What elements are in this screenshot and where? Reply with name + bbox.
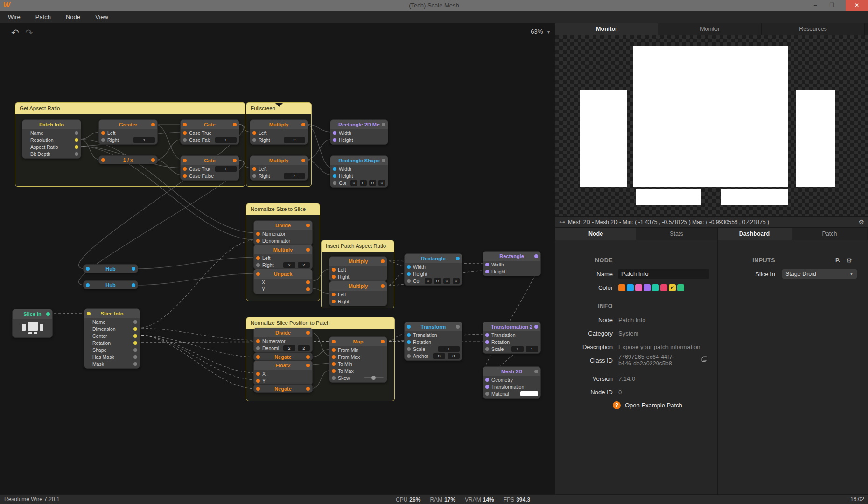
node-mult4[interactable]: MultiplyLeftRight <box>329 256 387 281</box>
input-port[interactable] <box>86 267 90 271</box>
close-button[interactable]: ✕ <box>846 0 868 11</box>
input-port[interactable] <box>407 272 411 276</box>
output-port[interactable] <box>132 267 135 271</box>
output-port[interactable] <box>233 159 237 162</box>
wire[interactable] <box>305 124 333 168</box>
input-port[interactable] <box>256 232 260 236</box>
input-port[interactable] <box>407 347 411 351</box>
wire[interactable] <box>78 132 101 139</box>
wire[interactable] <box>137 240 256 328</box>
node-hub2[interactable]: Hub <box>83 280 138 289</box>
node-slicein[interactable]: Slice In <box>12 309 53 338</box>
input-port[interactable] <box>407 279 411 283</box>
value-field[interactable]: 0 <box>425 278 432 284</box>
node-divide1[interactable]: DivideNumeratorDenominator <box>253 220 313 245</box>
input-port[interactable] <box>183 131 187 135</box>
wire[interactable] <box>305 160 333 175</box>
input-port[interactable] <box>407 325 411 329</box>
value-field[interactable]: 1 <box>215 166 237 172</box>
output-port[interactable] <box>381 340 385 343</box>
input-port[interactable] <box>183 138 187 142</box>
output-port[interactable] <box>75 145 78 149</box>
wire[interactable] <box>385 261 407 266</box>
output-port[interactable] <box>381 284 385 288</box>
wire[interactable] <box>310 370 332 389</box>
node-mesh2d[interactable]: Mesh 2DGeometryTransformationMaterial <box>483 366 541 399</box>
node-rect_p[interactable]: RectangleWidthHeight <box>483 251 541 276</box>
tab-resources-2[interactable]: Resources <box>762 23 865 35</box>
value-field[interactable]: 2 <box>298 262 310 268</box>
gear-icon[interactable]: ⚙ <box>858 218 864 226</box>
output-port[interactable] <box>306 387 310 391</box>
color-swatch-5[interactable] <box>660 284 667 291</box>
wire[interactable] <box>385 273 407 286</box>
output-port[interactable] <box>133 341 137 345</box>
output-port[interactable] <box>306 248 310 252</box>
input-port[interactable] <box>332 340 336 343</box>
value-field[interactable]: 1 <box>526 346 538 352</box>
wire[interactable] <box>50 313 87 314</box>
wire[interactable] <box>135 273 256 285</box>
input-port[interactable] <box>252 174 256 178</box>
input-port[interactable] <box>407 333 411 337</box>
wire[interactable] <box>79 124 244 269</box>
tab-monitor-0[interactable]: Monitor <box>555 23 658 35</box>
pin-icon[interactable]: ⊶ <box>559 218 565 225</box>
output-port[interactable] <box>46 312 50 316</box>
menu-item-view[interactable]: View <box>88 11 116 23</box>
input-port[interactable] <box>485 378 489 382</box>
node-rshape[interactable]: Rectangle ShapeWidthHeightCorners0000 <box>330 155 388 188</box>
input-port[interactable] <box>407 340 411 344</box>
node-patchinfo[interactable]: Patch InfoNameResolutionAspect RatioBit … <box>22 119 81 159</box>
output-port[interactable] <box>75 138 78 142</box>
node-graph-canvas[interactable]: ↶ ↷ 63% ▾ Get Apsect RatioFullscreenNorm… <box>0 23 555 494</box>
input-port[interactable] <box>256 263 260 267</box>
output-port[interactable] <box>133 320 137 324</box>
node-rect_b[interactable]: RectangleWidthHeightCorners0000 <box>404 253 462 286</box>
wire[interactable] <box>310 269 332 281</box>
value-field[interactable]: 0 <box>433 353 445 359</box>
input-port[interactable] <box>183 159 187 162</box>
value-field[interactable]: 0 <box>378 180 385 186</box>
output-port[interactable] <box>306 355 310 359</box>
input-port[interactable] <box>256 239 260 243</box>
output-port[interactable] <box>133 362 137 366</box>
wire[interactable] <box>155 124 183 160</box>
output-port[interactable] <box>151 158 155 162</box>
wire[interactable] <box>305 139 333 160</box>
output-port[interactable] <box>301 159 305 162</box>
material-color-swatch[interactable] <box>520 391 538 396</box>
slider-handle[interactable] <box>371 376 376 380</box>
output-port[interactable] <box>382 159 385 162</box>
parameter-icon[interactable]: P. <box>835 257 840 264</box>
color-swatch-3[interactable] <box>644 284 651 291</box>
value-field[interactable]: 0 <box>443 278 450 284</box>
color-swatch-2[interactable] <box>635 284 642 291</box>
tab-patch[interactable]: Patch <box>792 228 867 240</box>
value-field[interactable]: 0 <box>350 180 357 186</box>
node-float2[interactable]: Float2XY <box>253 360 313 385</box>
input-port[interactable] <box>256 387 260 391</box>
input-port[interactable] <box>256 355 260 359</box>
input-port[interactable] <box>252 138 256 142</box>
value-field[interactable]: 1 <box>215 137 237 143</box>
output-port[interactable] <box>301 123 305 126</box>
output-port[interactable] <box>381 259 385 263</box>
tab-stats[interactable]: Stats <box>636 228 717 240</box>
value-field[interactable]: 1 <box>133 137 155 143</box>
output-port[interactable] <box>233 123 237 126</box>
node-gate2[interactable]: GateCase True1Case False <box>180 155 239 181</box>
input-port[interactable] <box>252 131 256 135</box>
node-mult1[interactable]: MultiplyLeftRight2 <box>250 119 308 145</box>
color-swatch-6[interactable]: ✔ <box>669 284 676 291</box>
menu-item-wire[interactable]: Wire <box>0 11 28 23</box>
value-field[interactable]: 2 <box>284 173 305 179</box>
value-field[interactable]: 1 <box>511 346 524 352</box>
value-field[interactable]: 0 <box>369 180 376 186</box>
input-port[interactable] <box>256 256 260 260</box>
output-port[interactable] <box>534 254 538 258</box>
node-transform[interactable]: TransformTranslationRotationScale1Anchor… <box>404 322 462 361</box>
input-port[interactable] <box>332 369 336 373</box>
skew-slider[interactable] <box>364 377 384 378</box>
output-port[interactable] <box>75 131 78 135</box>
